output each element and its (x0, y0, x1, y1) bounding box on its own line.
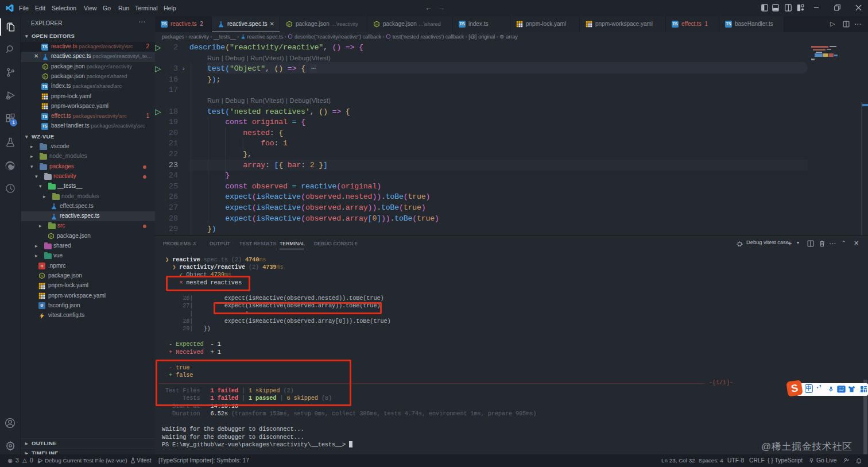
svg-text:js: js (44, 75, 46, 78)
svg-text:js: js (288, 22, 290, 26)
svg-text:js: js (375, 22, 378, 26)
svg-text:js: js (44, 65, 46, 68)
svg-text:js: js (40, 274, 43, 277)
svg-text:js: js (49, 234, 52, 238)
